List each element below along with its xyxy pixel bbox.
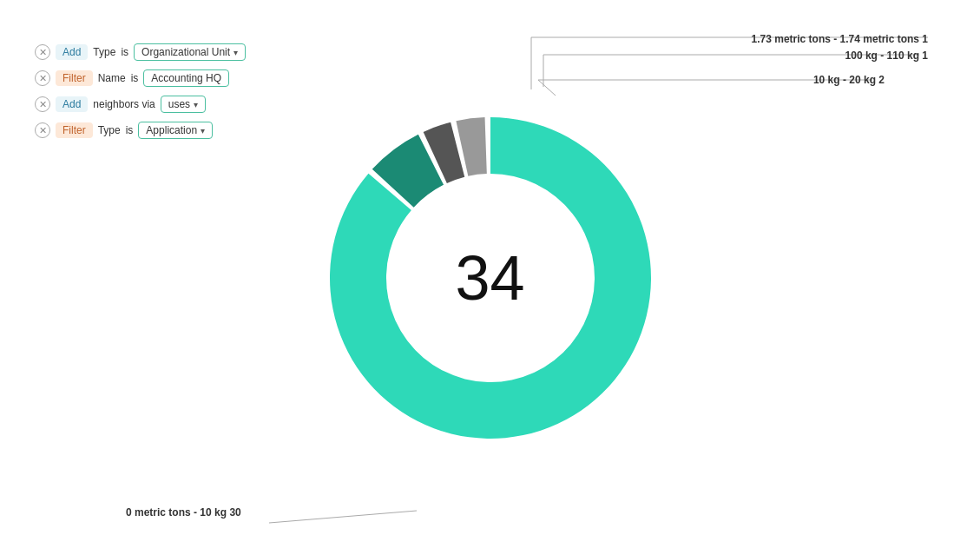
label-bottom-left: 0 metric tons - 10 kg 30 xyxy=(126,506,241,519)
close-icon-4[interactable]: ✕ xyxy=(35,122,50,138)
label-top-right-1: 1.73 metric tons - 1.74 metric tons 1 xyxy=(752,33,928,45)
action-tag-4: Filter xyxy=(56,122,93,138)
filter-panel: ✕ Add Type is Organizational Unit ▾ ✕ Fi… xyxy=(35,43,246,139)
action-tag-2: Filter xyxy=(56,70,93,86)
close-icon-3[interactable]: ✕ xyxy=(35,96,50,112)
field-tag-4: Type xyxy=(98,124,121,136)
label-top-right-3: 10 kg - 20 kg 2 xyxy=(813,74,885,86)
action-tag-1: Add xyxy=(56,44,88,60)
value-tag-3[interactable]: uses ▾ xyxy=(161,96,206,113)
field-tag-3: neighbors via xyxy=(93,98,155,110)
action-tag-3: Add xyxy=(56,96,88,112)
filter-row-2: ✕ Filter Name is Accounting HQ xyxy=(35,69,246,87)
filter-row-3: ✕ Add neighbors via uses ▾ xyxy=(35,96,246,113)
field-tag-1: Type xyxy=(93,46,115,58)
svg-line-1 xyxy=(538,80,556,96)
label-top-right-2: 100 kg - 110 kg 1 xyxy=(845,50,928,62)
svg-line-0 xyxy=(269,511,417,523)
value-tag-2[interactable]: Accounting HQ xyxy=(143,69,229,87)
chart-svg xyxy=(308,96,673,460)
operator-tag-4: is xyxy=(126,124,134,136)
close-icon-1[interactable]: ✕ xyxy=(35,44,50,60)
operator-tag-2: is xyxy=(131,72,139,84)
operator-tag-1: is xyxy=(121,46,128,58)
value-tag-4[interactable]: Application ▾ xyxy=(138,122,213,139)
value-tag-1[interactable]: Organizational Unit ▾ xyxy=(134,43,246,61)
close-icon-2[interactable]: ✕ xyxy=(35,70,50,86)
field-tag-2: Name xyxy=(98,72,126,84)
donut-chart: 34 xyxy=(308,96,673,460)
filter-row-4: ✕ Filter Type is Application ▾ xyxy=(35,122,246,139)
filter-row-1: ✕ Add Type is Organizational Unit ▾ xyxy=(35,43,246,61)
